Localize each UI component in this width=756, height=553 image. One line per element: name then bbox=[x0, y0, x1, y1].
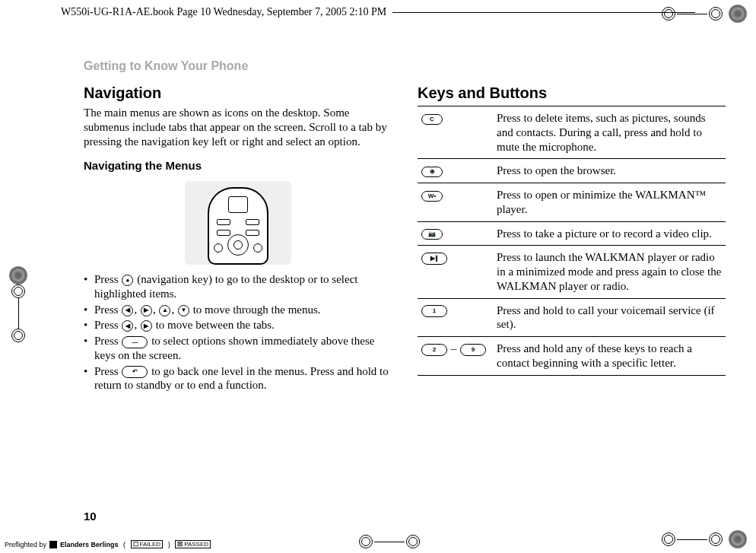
one-key-icon: 1 bbox=[421, 305, 447, 317]
bullet-item: • Press — to select options shown immedi… bbox=[84, 334, 392, 363]
navigating-menus-heading: Navigating the Menus bbox=[84, 159, 392, 173]
bullet-item: • Press ● (navigation key) to go to the … bbox=[84, 272, 392, 301]
softkey-icon: — bbox=[122, 336, 148, 348]
page-number: 10 bbox=[84, 510, 97, 523]
nav-right-icon: ▶ bbox=[141, 305, 152, 316]
key-desc: Press to open or minimize the WALKMAN™ p… bbox=[494, 183, 726, 222]
phone-illustration bbox=[185, 181, 291, 265]
bullet-item: • Press ↶ to go back one level in the me… bbox=[84, 364, 392, 393]
key-desc: Press to delete items, such as pictures,… bbox=[494, 106, 726, 159]
bullet-item: • Press ◀, ▶ to move between the tabs. bbox=[84, 318, 392, 332]
table-row: 📷 Press to take a picture or to record a… bbox=[418, 221, 726, 246]
table-row: W• Press to open or minimize the WALKMAN… bbox=[418, 183, 726, 222]
berlings-logo-icon bbox=[49, 541, 57, 548]
key-desc: Press to open the browser. bbox=[494, 159, 726, 183]
table-row: 2 – 9 Press and hold any of these keys t… bbox=[418, 337, 726, 376]
crop-mark-mid-bottom bbox=[357, 535, 421, 548]
page-header-text: W550i-UG-R1A-AE.book Page 10 Wednesday, … bbox=[61, 6, 386, 18]
navigation-heading: Navigation bbox=[84, 84, 392, 103]
preflight-label: Preflighted by bbox=[5, 541, 46, 548]
nav-up-icon: ▲ bbox=[159, 305, 170, 316]
passed-badge: ☒PASSED bbox=[175, 540, 211, 548]
walkman-key-icon: W• bbox=[421, 191, 443, 202]
key-desc: Press to take a picture or to record a v… bbox=[494, 221, 726, 246]
back-key-icon: ↶ bbox=[122, 366, 148, 378]
table-row: C Press to delete items, such as picture… bbox=[418, 106, 726, 159]
preflight-footer: Preflighted by Elanders Berlings ( ☐FAIL… bbox=[5, 540, 211, 548]
camera-key-icon: 📷 bbox=[421, 229, 443, 240]
key-desc: Press and hold any of these keys to reac… bbox=[494, 337, 726, 376]
nav-left-icon: ◀ bbox=[122, 320, 133, 332]
section-title: Getting to Know Your Phone bbox=[84, 59, 726, 73]
nav-down-icon: ▼ bbox=[178, 305, 189, 316]
key-desc: Press to launch the WALKMAN player or ra… bbox=[494, 246, 726, 298]
playpause-key-icon: ▶∥ bbox=[421, 253, 447, 265]
right-column: Keys and Buttons C Press to delete items… bbox=[418, 84, 726, 394]
keys-table: C Press to delete items, such as picture… bbox=[418, 106, 726, 376]
preflight-company: Elanders Berlings bbox=[60, 541, 119, 548]
c-key-icon: C bbox=[421, 114, 443, 125]
navigation-intro: The main menus are shown as icons on the… bbox=[84, 106, 392, 148]
failed-badge: ☐FAILED bbox=[131, 540, 164, 548]
key-desc: Press and hold to call your voicemail se… bbox=[494, 298, 726, 337]
nav-center-icon: ● bbox=[122, 275, 133, 286]
nav-left-icon: ◀ bbox=[122, 305, 133, 316]
keys-buttons-heading: Keys and Buttons bbox=[418, 84, 726, 103]
navigation-bullets: • Press ● (navigation key) to go to the … bbox=[84, 272, 392, 393]
table-row: ▶∥ Press to launch the WALKMAN player or… bbox=[418, 246, 726, 298]
table-row: ⊕ Press to open the browser. bbox=[418, 159, 726, 183]
nav-right-icon: ▶ bbox=[141, 320, 152, 332]
two-key-icon: 2 bbox=[421, 344, 447, 356]
left-column: Navigation The main menus are shown as i… bbox=[84, 84, 392, 394]
browser-key-icon: ⊕ bbox=[421, 167, 443, 177]
crop-mark-mid-left bbox=[5, 266, 32, 342]
page-content: Getting to Know Your Phone Navigation Th… bbox=[84, 59, 726, 507]
bullet-item: • Press ◀, ▶, ▲, ▼ to move through the m… bbox=[84, 303, 392, 317]
table-row: 1 Press and hold to call your voicemail … bbox=[418, 298, 726, 337]
nine-key-icon: 9 bbox=[460, 344, 486, 356]
crop-mark-bottom-right bbox=[660, 530, 751, 548]
page-header: W550i-UG-R1A-AE.book Page 10 Wednesday, … bbox=[61, 6, 695, 18]
